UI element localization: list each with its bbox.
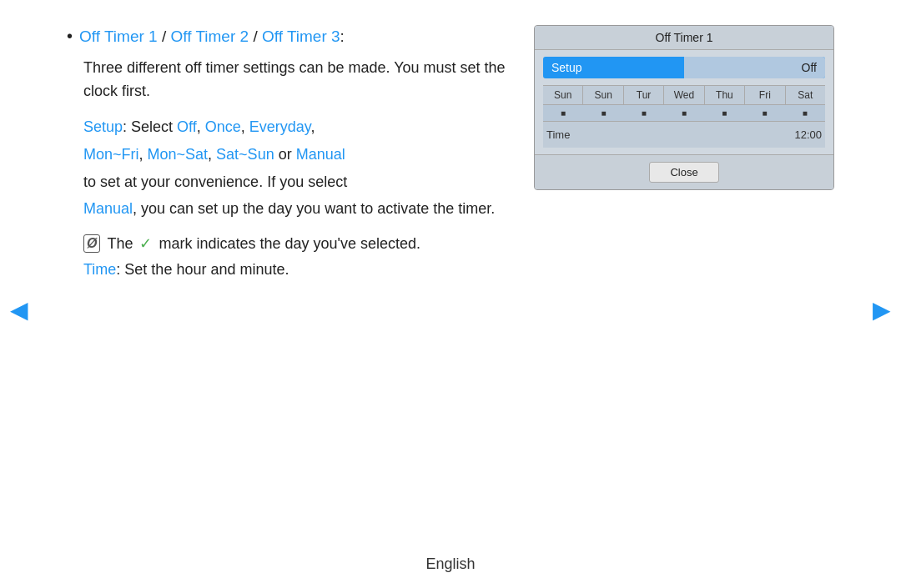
comma5: , (208, 146, 216, 163)
text-column: • Off Timer 1 / Off Timer 2 / Off Timer … (67, 25, 509, 221)
timer3-link[interactable]: Off Timer 3 (262, 28, 340, 45)
dialog-dots-row: ■ ■ ■ ■ ■ ■ ■ (543, 105, 825, 121)
dialog-setup-row: Setup Off (543, 57, 825, 78)
note-the: The (107, 235, 133, 253)
timer1-link[interactable]: Off Timer 1 (79, 28, 158, 45)
dot-4: ■ (664, 105, 704, 121)
dialog-title-bar: Off Timer 1 (535, 26, 833, 50)
header-line: Off Timer 1 / Off Timer 2 / Off Timer 3: (79, 25, 345, 49)
dialog-title: Off Timer 1 (656, 31, 713, 44)
day-sat: Sat (786, 86, 825, 104)
colon: : (340, 28, 345, 45)
note-section: Ø The ✓ mark indicates the day you've se… (83, 234, 834, 253)
manual-line: Manual, you can set up the day you want … (83, 197, 509, 221)
dot-6: ■ (744, 105, 784, 121)
bullet-section: • Off Timer 1 / Off Timer 2 / Off Timer … (67, 25, 834, 221)
dot-3: ■ (624, 105, 664, 121)
comma2: , (241, 118, 249, 135)
nav-right-arrow[interactable]: ▶ (873, 296, 891, 324)
description-text: Three different off timer settings can b… (83, 56, 509, 104)
comma3: , (311, 118, 315, 135)
timer2-link[interactable]: Off Timer 2 (170, 28, 249, 45)
time-label-blue: Time (83, 261, 116, 278)
day-fri: Fri (745, 86, 785, 104)
dialog-setup-label: Setup (543, 57, 684, 78)
footer-language: English (425, 555, 475, 572)
manual-desc: , you can set up the day you want to act… (133, 200, 495, 217)
off-timer-dialog: Off Timer 1 Setup Off Sun Sun Tur Wed Th… (534, 25, 834, 190)
main-content: ◀ ▶ • Off Timer 1 / Off Timer 2 / Off Ti… (0, 0, 901, 295)
dot-2: ■ (583, 105, 623, 121)
slash1: / (158, 28, 171, 45)
convenience-line: to set at your convenience. If you selec… (83, 170, 509, 194)
monfri-option: Mon~Fri (83, 146, 139, 163)
dot-7: ■ (785, 105, 825, 121)
dot-5: ■ (704, 105, 744, 121)
options-line2: Mon~Fri, Mon~Sat, Sat~Sun or Manual (83, 143, 509, 167)
dialog-footer: Close (535, 154, 833, 189)
satsum-option: Sat~Sun (216, 146, 274, 163)
monsat-option: Mon~Sat (148, 146, 209, 163)
dialog-time-label: Time (546, 128, 794, 141)
or-text: or (274, 146, 296, 163)
close-button[interactable]: Close (649, 162, 718, 183)
off-option: Off (177, 118, 197, 135)
day-tur: Tur (624, 86, 664, 104)
manual-option: Manual (296, 146, 345, 163)
once-option: Once (205, 118, 241, 135)
day-wed: Wed (664, 86, 704, 104)
everyday-option: Everyday (249, 118, 311, 135)
dialog-body: Setup Off Sun Sun Tur Wed Thu Fri Sat ■ … (535, 50, 833, 154)
setup-colon: : Select (123, 118, 177, 135)
bullet-dot: • (67, 27, 73, 46)
setup-label: Setup (83, 118, 123, 135)
dialog-days-row: Sun Sun Tur Wed Thu Fri Sat (543, 85, 825, 105)
slash2: / (249, 28, 262, 45)
footer: English (0, 555, 901, 573)
dot-1: ■ (543, 105, 583, 121)
day-sun2: Sun (583, 86, 623, 104)
manual2-label: Manual (83, 200, 133, 217)
comma4: , (139, 146, 148, 163)
dialog-time-value: 12:00 (794, 128, 822, 141)
day-sun1: Sun (543, 86, 583, 104)
setup-line: Setup: Select Off, Once, Everyday, (83, 115, 509, 139)
bullet-header: • Off Timer 1 / Off Timer 2 / Off Timer … (67, 25, 509, 49)
day-thu: Thu (705, 86, 745, 104)
comma1: , (197, 118, 205, 135)
dialog-off-label: Off (684, 57, 825, 78)
note-rest: mark indicates the day you've selected. (159, 235, 420, 253)
check-mark: ✓ (139, 234, 152, 253)
dialog-time-row: Time 12:00 (543, 121, 825, 148)
time-colon: : Set the hour and minute. (116, 261, 289, 278)
time-section: Time: Set the hour and minute. (83, 261, 834, 279)
note-icon: Ø (83, 234, 100, 253)
nav-left-arrow[interactable]: ◀ (10, 296, 28, 324)
